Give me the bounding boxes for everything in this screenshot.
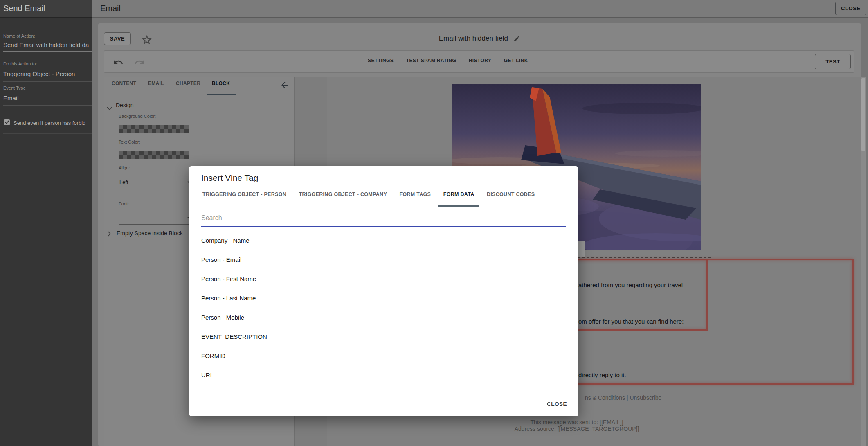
preview-scrollbar-thumb[interactable] [861,78,865,151]
dialog-close-button[interactable]: CLOSE [547,398,567,411]
send-anyway-checkbox[interactable] [4,119,10,125]
active-tab-underline [438,205,479,207]
dialog-title: Insert Vine Tag [201,173,258,183]
divider [3,105,92,106]
menu-item-test-spam-rating[interactable]: TEST SPAM RATING [406,58,456,63]
divider [3,81,92,82]
document-title-row: Email with hidden field [98,34,861,44]
tab-form-data[interactable]: FORM DATA [443,191,474,197]
text-color-label: Text Color: [119,140,140,144]
event-type-field[interactable]: Email [3,95,91,101]
list-item[interactable]: URL [189,365,578,385]
email-body-line: directly reply to it. [578,372,626,378]
menu-item-get-link[interactable]: GET LINK [504,58,528,63]
send-anyway-label: Send even if person has forbid [13,120,92,126]
tab-block[interactable]: BLOCK [212,81,230,86]
list-item[interactable]: Person - Last Name [189,288,578,308]
email-footer-links[interactable]: ns & Conditions | Unsubscribe [585,394,661,401]
action-sidebar-title: Send Email [3,4,45,13]
align-select[interactable]: Left [119,176,196,189]
action-sidebar: Send Email Name of Action: Send Email wi… [0,0,92,446]
empty-space-label: Empty Space inside Block [117,230,183,237]
redo-icon[interactable] [134,57,145,68]
email-footer-sent-to: This message was sent to: [[EMAIL]] Addr… [443,419,711,432]
close-button[interactable]: CLOSE [835,2,866,15]
chevron-right-icon [108,231,111,238]
app-header [0,0,868,18]
list-item[interactable]: EVENT_DESCRIPTION [189,327,578,346]
tab-email[interactable]: EMAIL [148,81,164,86]
chevron-down-icon[interactable] [107,104,112,112]
insert-vine-tag-dialog: Insert Vine Tag TRIGGERING OBJECT - PERS… [189,166,578,416]
list-item[interactable]: Person - Email [189,250,578,269]
document-title: Email with hidden field [439,34,508,42]
background-color-label: Background Color: [119,114,156,119]
back-arrow-icon[interactable] [280,80,290,90]
toolbar-menu: SETTINGS TEST SPAM RATING HISTORY GET LI… [362,56,533,64]
font-select[interactable] [119,212,196,225]
tab-content[interactable]: CONTENT [112,81,136,86]
background-color-swatch[interactable] [119,125,189,133]
action-target-field[interactable]: Triggering Object - Person [3,70,91,77]
tab-chapter[interactable]: CHAPTER [176,81,200,86]
text-color-swatch[interactable] [119,151,189,159]
list-item[interactable]: Person - First Name [189,269,578,288]
field-label: Name of Action: [3,34,35,38]
test-button[interactable]: TEST [815,54,851,69]
undo-icon[interactable] [113,57,124,68]
field-underline [3,51,92,52]
tab-triggering-object-person[interactable]: TRIGGERING OBJECT - PERSON [202,191,286,197]
tab-triggering-object-company[interactable]: TRIGGERING OBJECT - COMPANY [299,191,387,197]
email-body-line: om offer for you that you can find here: [578,318,684,325]
chapter-outline-bottom [443,441,711,441]
menu-item-history[interactable]: HISTORY [469,58,491,63]
tab-form-tags[interactable]: FORM TAGS [399,191,431,197]
divider [3,133,92,134]
tag-list: Company - Name Person - Email Person - F… [189,231,578,385]
field-label: Do this Action to: [3,61,37,66]
align-label: Align: [119,165,130,170]
action-name-field[interactable]: Send Email with hidden field da [3,41,91,48]
page-title: Email [100,4,121,13]
list-item[interactable]: Company - Name [189,231,578,250]
field-label: Event Type [3,86,26,90]
menu-item-settings[interactable]: SETTINGS [368,58,394,63]
list-item[interactable]: FORMID [189,346,578,365]
font-label: Font: [119,201,129,206]
active-tab-underline [207,94,236,95]
dialog-tabs: TRIGGERING OBJECT - PERSON TRIGGERING OB… [202,190,545,198]
search-input[interactable] [201,210,566,227]
edit-pencil-icon[interactable] [513,35,520,42]
align-value: Left [119,179,128,185]
design-section-title[interactable]: Design [116,102,134,108]
list-item[interactable]: Person - Mobile [189,308,578,327]
email-body-line: athered from you regarding your travel [578,282,683,288]
tab-discount-codes[interactable]: DISCOUNT CODES [487,191,535,197]
